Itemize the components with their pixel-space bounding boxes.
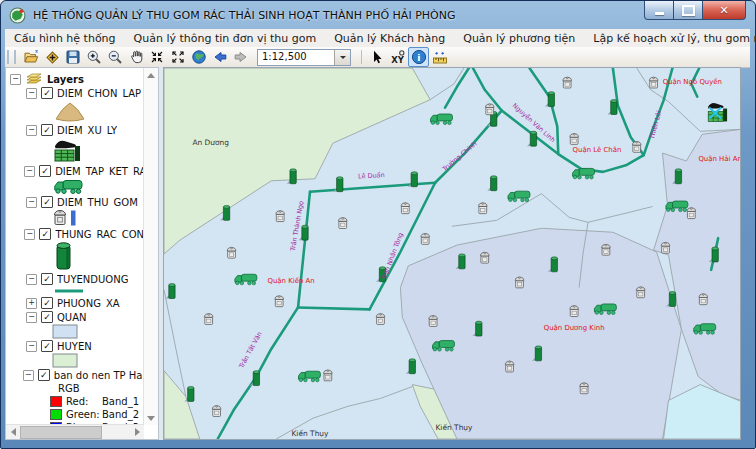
toc-root-layers[interactable]: −Layers — [6, 72, 144, 86]
collection-point-marker[interactable] — [580, 383, 589, 394]
expander-icon[interactable]: − — [26, 88, 37, 99]
collection-point-marker[interactable] — [401, 203, 410, 214]
layer-checkbox[interactable]: ✓ — [41, 340, 53, 352]
menu-item-4[interactable]: Quản lý phương tiện — [454, 30, 584, 47]
toolbar-grip[interactable] — [7, 50, 16, 64]
collection-point-marker[interactable] — [481, 252, 490, 263]
expander-icon[interactable]: − — [10, 74, 21, 85]
collection-point-marker[interactable] — [687, 208, 696, 219]
fixed-zoom-out-button[interactable] — [167, 47, 188, 67]
layer-item-thung-rac-cong[interactable]: −✓THUNG_RAC_CONG — [6, 227, 144, 241]
expander-icon[interactable]: + — [26, 298, 37, 309]
open-document-button[interactable] — [20, 47, 41, 67]
fixed-zoom-in-button[interactable] — [146, 47, 167, 67]
collection-point-marker[interactable] — [212, 406, 221, 417]
scale-dropdown-arrow[interactable] — [334, 50, 350, 65]
collection-point-marker[interactable] — [276, 211, 285, 222]
layer-checkbox[interactable]: ✓ — [41, 196, 53, 208]
collection-point-marker[interactable] — [376, 314, 385, 325]
layer-checkbox[interactable]: ✓ — [41, 87, 53, 99]
collection-point-marker[interactable] — [636, 287, 645, 298]
layer-symbol-rect-blue[interactable] — [6, 324, 144, 339]
layer-item-huyen[interactable]: −✓HUYEN — [6, 339, 144, 353]
map-view[interactable]: An DươngKiến ThụyKiến ThụyLê DuẩnTrường … — [163, 67, 741, 440]
select-cursor-button[interactable] — [366, 47, 387, 67]
collection-point-marker[interactable] — [563, 77, 572, 88]
layer-symbol-cylinder[interactable] — [6, 241, 144, 272]
expander-icon[interactable]: − — [26, 274, 37, 285]
menu-item-3[interactable]: Quản lý Khách hàng — [325, 30, 454, 47]
layer-item-quan[interactable]: −✓QUAN — [6, 310, 144, 324]
scroll-right-arrow[interactable] — [131, 425, 144, 438]
forward-button[interactable] — [230, 47, 251, 67]
go-to-xy-button[interactable]: XY — [387, 47, 408, 67]
scroll-down-arrow[interactable] — [144, 412, 157, 425]
back-button[interactable] — [209, 47, 230, 67]
collection-point-marker[interactable] — [661, 242, 670, 253]
layer-item-phuong-xa[interactable]: +✓PHUONG_XA — [6, 296, 144, 310]
collection-point-marker[interactable] — [429, 316, 438, 327]
region-quan-duong-kinh[interactable] — [400, 228, 681, 439]
menu-item-1[interactable]: Cấu hình hệ thống — [5, 30, 125, 47]
scale-combobox[interactable]: 1:12,500 — [257, 49, 351, 66]
zoom-out-button[interactable] — [104, 47, 125, 67]
layer-checkbox[interactable]: ✓ — [41, 311, 53, 323]
layer-checkbox[interactable]: ✓ — [41, 297, 53, 309]
pan-button[interactable] — [125, 47, 146, 67]
scroll-left-arrow[interactable] — [6, 425, 19, 438]
expander-icon[interactable]: − — [26, 341, 37, 352]
expander-icon[interactable]: − — [24, 166, 35, 177]
toc-horizontal-scrollbar[interactable] — [6, 424, 144, 439]
expander-icon[interactable]: − — [26, 125, 37, 136]
layer-symbol-mound[interactable] — [6, 100, 144, 123]
minimize-button[interactable] — [644, 1, 674, 20]
collection-point-marker[interactable] — [204, 314, 213, 325]
maximize-button[interactable] — [673, 1, 703, 20]
collection-point-marker[interactable] — [505, 361, 514, 372]
menu-item-5[interactable]: Lập kế hoạch xử lý, thu gom rác — [584, 30, 756, 47]
full-extent-globe-button[interactable] — [188, 47, 209, 67]
layer-item-ban-do-nen-tp-hai-ph[interactable]: −✓ban do nen TP Hai Ph — [6, 368, 144, 382]
layer-symbol-truck[interactable] — [6, 178, 144, 195]
zoom-in-button[interactable] — [83, 47, 104, 67]
collection-point-marker[interactable] — [227, 247, 236, 258]
save-button[interactable] — [62, 47, 83, 67]
collection-point-marker[interactable] — [275, 296, 284, 307]
layer-item-diem-chon-lap[interactable]: −✓DIEM_CHON_LAP — [6, 86, 144, 100]
layer-checkbox[interactable]: ✓ — [39, 228, 51, 240]
collection-point-marker[interactable] — [632, 141, 641, 152]
menu-item-2[interactable]: Quản lý thông tin đơn vị thu gom — [125, 30, 326, 47]
layer-item-diem-xu-ly[interactable]: −✓DIEM_XU_LY — [6, 123, 144, 137]
collection-point-marker[interactable] — [324, 370, 333, 381]
scroll-up-arrow[interactable] — [144, 68, 157, 81]
identify-button[interactable]: i — [408, 47, 429, 67]
layer-symbol-factory[interactable] — [6, 137, 144, 164]
layer-checkbox[interactable]: ✓ — [39, 165, 51, 177]
scroll-thumb[interactable] — [20, 426, 102, 439]
measure-button[interactable] — [429, 47, 450, 67]
layer-checkbox[interactable]: ✓ — [41, 273, 53, 285]
titlebar[interactable]: HỆ THỐNG QUẢN LÝ THU GOM RÁC THẢI SINH H… — [1, 1, 755, 29]
layer-symbol-bin-bar[interactable] — [6, 209, 144, 227]
layer-item-diem-thu-gom[interactable]: −✓DIEM_THU_GOM — [6, 195, 144, 209]
layer-item-diem-tap-ket-rac[interactable]: −✓DIEM_TAP_KET_RAC — [6, 164, 144, 178]
expander-icon[interactable]: − — [26, 197, 37, 208]
expander-icon[interactable]: − — [23, 370, 34, 381]
map-svg[interactable]: An DươngKiến ThụyKiến ThụyLê DuẩnTrường … — [164, 68, 740, 439]
add-data-button[interactable] — [41, 47, 62, 67]
expander-icon[interactable]: − — [24, 229, 35, 240]
collection-point-marker[interactable] — [649, 77, 658, 88]
collection-point-marker[interactable] — [570, 306, 579, 317]
layer-symbol-line[interactable] — [6, 286, 144, 296]
collection-point-marker[interactable] — [699, 294, 708, 305]
collection-point-marker[interactable] — [570, 133, 579, 144]
layer-symbol-rect-green[interactable] — [6, 353, 144, 368]
collection-point-marker[interactable] — [421, 233, 430, 244]
collection-point-marker[interactable] — [515, 277, 524, 288]
layer-item-tuyenduong[interactable]: −✓TUYENDUONG — [6, 272, 144, 286]
layer-checkbox[interactable]: ✓ — [38, 369, 50, 381]
collection-point-marker[interactable] — [479, 203, 488, 214]
collection-point-marker[interactable] — [338, 218, 347, 229]
close-button[interactable]: ✕ — [702, 1, 746, 20]
layer-checkbox[interactable]: ✓ — [41, 124, 53, 136]
